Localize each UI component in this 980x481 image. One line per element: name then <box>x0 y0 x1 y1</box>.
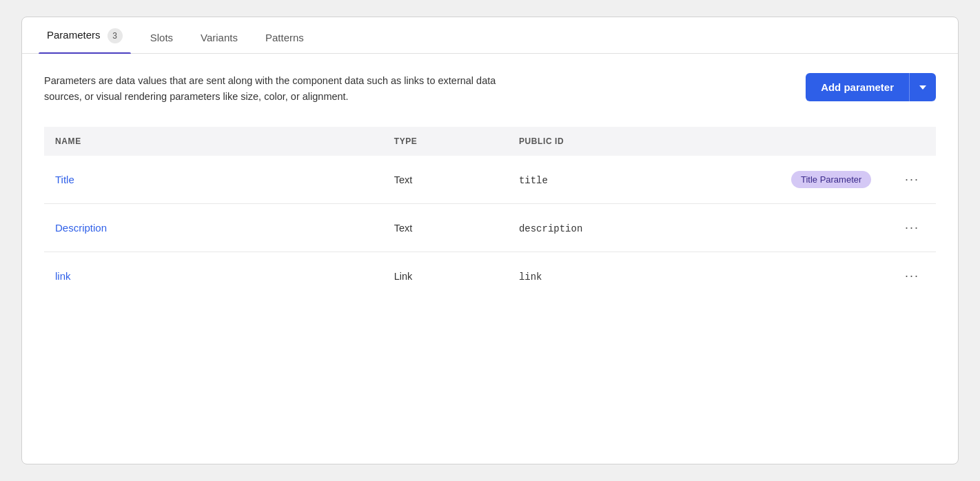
param-more-button[interactable]: ··· <box>899 170 925 190</box>
param-name-cell: link <box>44 252 383 300</box>
param-more-button[interactable]: ··· <box>899 266 925 286</box>
col-header-name: NAME <box>44 127 383 156</box>
col-header-type: TYPE <box>383 127 508 156</box>
param-type-cell: Link <box>383 252 508 300</box>
param-actions-cell: ··· <box>882 156 936 204</box>
table-row: Description Text description ··· <box>44 204 936 252</box>
tab-slots-label: Slots <box>150 32 173 43</box>
add-parameter-button[interactable]: Add parameter <box>806 73 909 101</box>
param-tag-badge: Title Parameter <box>791 171 871 188</box>
param-pubid-cell: link <box>508 252 722 300</box>
param-pubid-value: title <box>519 175 548 186</box>
description-row: Parameters are data values that are sent… <box>44 73 936 105</box>
table-row: Title Text title Title Parameter ··· <box>44 156 936 204</box>
parameters-table: NAME TYPE PUBLIC ID Title Text title T <box>44 127 936 300</box>
param-name-cell: Title <box>44 156 383 204</box>
tab-slots[interactable]: Slots <box>142 21 181 53</box>
param-pubid-cell: title <box>508 156 722 204</box>
param-type-cell: Text <box>383 204 508 252</box>
param-type-value: Text <box>394 174 413 185</box>
col-header-tag <box>722 127 882 156</box>
add-parameter-button-group: Add parameter <box>806 73 936 101</box>
param-type-cell: Text <box>383 156 508 204</box>
content-area: Parameters are data values that are sent… <box>22 54 958 316</box>
param-tag-cell: Title Parameter <box>722 156 882 204</box>
param-actions-cell: ··· <box>882 204 936 252</box>
description-text: Parameters are data values that are sent… <box>44 73 513 105</box>
table-body: Title Text title Title Parameter ··· Des… <box>44 156 936 300</box>
col-header-actions <box>882 127 936 156</box>
tabs-bar: Parameters 3 Slots Variants Patterns <box>22 17 958 54</box>
param-pubid-cell: description <box>508 204 722 252</box>
param-more-button[interactable]: ··· <box>899 218 925 238</box>
add-parameter-chevron-button[interactable] <box>909 73 936 101</box>
param-actions-cell: ··· <box>882 252 936 300</box>
table-header: NAME TYPE PUBLIC ID <box>44 127 936 156</box>
tab-variants-label: Variants <box>201 32 238 43</box>
param-type-value: Link <box>394 271 413 282</box>
tab-variants[interactable]: Variants <box>192 21 246 53</box>
chevron-down-icon <box>919 85 926 90</box>
tab-parameters[interactable]: Parameters 3 <box>39 17 131 53</box>
param-type-value: Text <box>394 223 413 234</box>
param-name-link[interactable]: Description <box>55 222 107 234</box>
param-name-link[interactable]: Title <box>55 174 74 185</box>
param-name-cell: Description <box>44 204 383 252</box>
table-row: link Link link ··· <box>44 252 936 300</box>
param-tag-cell <box>722 252 882 300</box>
col-header-public-id: PUBLIC ID <box>508 127 722 156</box>
tab-patterns[interactable]: Patterns <box>257 21 312 53</box>
param-pubid-value: link <box>519 272 542 283</box>
param-name-link[interactable]: link <box>55 270 71 282</box>
param-pubid-value: description <box>519 223 582 234</box>
param-tag-cell <box>722 204 882 252</box>
tab-patterns-label: Patterns <box>265 32 304 43</box>
tab-parameters-label: Parameters <box>47 29 101 41</box>
main-window: Parameters 3 Slots Variants Patterns Par… <box>21 17 959 464</box>
tab-parameters-badge: 3 <box>108 28 123 43</box>
